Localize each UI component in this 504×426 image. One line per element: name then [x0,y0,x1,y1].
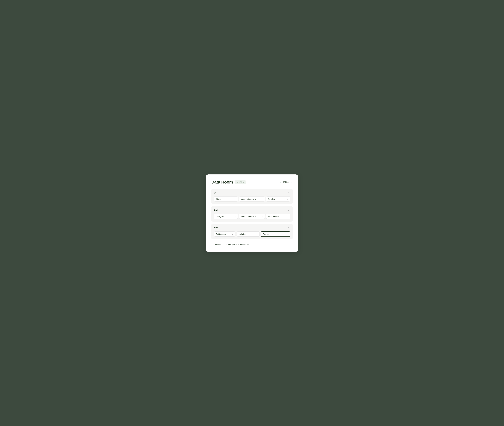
chevron-left-icon: ‹ [280,181,281,183]
add-filter-label: Add filter [213,243,221,246]
operator-select-includes[interactable]: includes ⌄ [237,231,260,237]
modal-header: Data Room ⛉ Filter ‹ 2024 › [211,180,293,185]
field-select-status[interactable]: Status ⌄ [214,196,238,201]
filter-group-and-1: And × Category ⌄ does not equal to ⌄ Env… [211,206,293,222]
operator-select-status-label: does not equal to [241,198,256,200]
chevron-down-icon: ⌄ [262,215,263,217]
field-select-entity-name-label: Entity name [216,233,226,235]
filter-row-or-0: Status ⌄ does not equal to ⌄ Pending ⌄ [214,196,290,201]
field-select-status-label: Status [216,198,221,200]
chevron-down-icon: ⌄ [219,227,220,229]
group-connector-and-2-dropdown[interactable]: And ⌄ [214,227,220,229]
add-filter-button[interactable]: + Add filter [211,243,221,246]
chevron-down-icon: ⌄ [287,198,288,200]
value-text-input-france[interactable] [261,231,290,237]
group-connector-or: Or [214,192,216,194]
modal: Data Room ⛉ Filter ‹ 2024 › Or × Stat [206,174,298,252]
close-icon: × [288,192,289,194]
close-icon: × [288,227,289,229]
group-header-and-1: And × [214,209,290,212]
year-prev-button[interactable]: ‹ [279,180,282,184]
operator-select-status[interactable]: does not equal to ⌄ [239,196,265,201]
close-group-and-1-button[interactable]: × [287,209,290,212]
page-title: Data Room [211,180,233,185]
value-select-category-label: Environment [268,215,279,218]
field-select-category-label: Category [216,215,224,218]
field-select-category[interactable]: Category ⌄ [214,214,238,219]
group-header-and-2: And ⌄ × [214,226,290,229]
filter-row-and-2-0: Entity name ⌄ includes ⌄ [214,231,290,237]
close-group-or-button[interactable]: × [287,192,290,194]
value-select-status-label: Pending [268,198,275,200]
filter-icon: ⛉ [237,181,239,183]
year-label: 2024 [283,181,289,184]
filter-group-and-2: And ⌄ × Entity name ⌄ includes ⌄ [211,224,293,239]
plus-icon: + [224,243,226,246]
group-connector-and-1: And [214,209,218,212]
chevron-down-icon: ⌄ [235,215,236,217]
field-select-entity-name[interactable]: Entity name ⌄ [214,231,235,237]
add-group-label: Add a group of conditions [226,243,249,246]
close-icon: × [288,209,289,212]
chevron-down-icon: ⌄ [232,233,233,235]
chevron-down-icon: ⌄ [235,198,236,200]
header-left: Data Room ⛉ Filter [211,180,246,185]
operator-select-category-label: does not equal to [241,215,256,218]
chevron-down-icon: ⌄ [262,198,263,200]
value-select-status[interactable]: Pending ⌄ [266,196,290,201]
chevron-down-icon: ⌄ [287,215,288,217]
close-group-and-2-button[interactable]: × [287,226,290,229]
filter-button[interactable]: ⛉ Filter [235,180,246,184]
chevron-right-icon: › [291,181,292,183]
group-header-or: Or × [214,192,290,194]
operator-select-includes-label: includes [239,233,246,235]
year-navigation: ‹ 2024 › [279,180,293,184]
modal-footer: + Add filter + Add a group of conditions [211,243,293,246]
group-connector-and-2: And [214,227,218,229]
year-next-button[interactable]: › [290,180,293,184]
add-group-button[interactable]: + Add a group of conditions [224,243,249,246]
filter-button-label: Filter [239,181,244,183]
operator-select-category[interactable]: does not equal to ⌄ [239,214,265,219]
filter-group-or: Or × Status ⌄ does not equal to ⌄ Pendin… [211,189,293,204]
plus-icon: + [211,243,213,246]
value-select-category[interactable]: Environment ⌄ [266,214,290,219]
chevron-down-icon: ⌄ [256,233,258,235]
filter-row-and-1-0: Category ⌄ does not equal to ⌄ Environme… [214,214,290,219]
